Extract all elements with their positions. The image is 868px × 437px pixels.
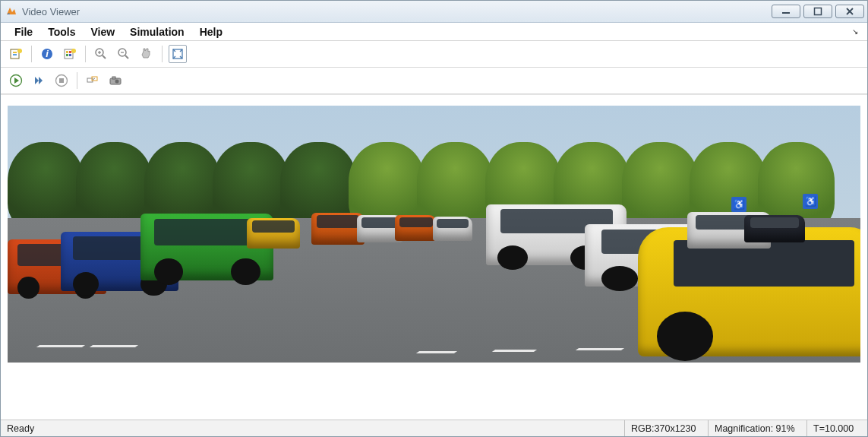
svg-rect-30 [112,77,115,79]
maximize-button[interactable] [803,5,832,18]
accessible-sign-icon: ♿ [731,197,746,212]
svg-rect-13 [66,54,68,56]
toolbar-1: i [1,41,867,68]
svg-rect-0 [782,12,790,14]
svg-rect-5 [13,52,17,53]
status-bar: Ready RGB:370x1230 Magnification: 91% T=… [1,420,867,436]
menu-help[interactable]: Help [192,23,230,41]
menubar: File Tools View Simulation Help ↘ [1,23,867,41]
toolbar-2 [1,68,867,94]
svg-rect-1 [815,8,822,15]
accessible-sign-icon: ♿ [803,194,818,209]
svg-point-7 [17,49,22,53]
svg-rect-11 [66,51,68,53]
close-button[interactable] [835,5,864,18]
window-title: Video Viewer [22,6,772,17]
svg-line-21 [125,55,128,59]
status-rgb-resolution: RGB:370x1230 [624,420,708,436]
highlight-icon[interactable] [84,71,102,90]
svg-text:i: i [46,48,49,59]
titlebar: Video Viewer [1,1,867,23]
svg-rect-14 [69,54,71,56]
matlab-app-icon [5,5,17,17]
fit-to-window-icon[interactable] [169,45,187,63]
svg-line-17 [103,55,106,59]
status-ready: Ready [1,420,624,436]
info-icon[interactable]: i [38,45,56,63]
menu-tools[interactable]: Tools [40,23,83,41]
menu-file[interactable]: File [7,23,40,41]
parking-lot-scene: ♿ ♿ [8,106,860,363]
snapshot-icon[interactable] [106,71,125,90]
stop-icon[interactable] [52,71,71,90]
content-area: ♿ ♿ [1,94,867,420]
image-viewport[interactable]: ♿ ♿ [1,95,867,420]
svg-rect-6 [13,54,17,55]
status-time: T=10.000 [806,420,867,436]
zoom-out-icon[interactable] [115,45,133,63]
video-viewer-window: Video Viewer File Tools View Simulation … [0,0,868,437]
zoom-in-icon[interactable] [92,45,110,63]
window-controls [772,5,864,18]
svg-rect-12 [69,51,71,53]
svg-rect-26 [59,78,64,83]
step-forward-icon[interactable] [30,71,48,90]
status-magnification: Magnification: 91% [708,420,806,436]
undock-icon[interactable]: ↘ [852,27,861,36]
menu-simulation[interactable]: Simulation [122,23,192,41]
pan-icon[interactable] [137,45,156,63]
svg-point-15 [71,49,76,53]
play-icon[interactable] [7,71,25,90]
new-video-icon[interactable] [7,45,25,63]
colormap-icon[interactable] [61,45,79,63]
menu-view[interactable]: View [83,23,122,41]
svg-point-31 [115,80,119,84]
minimize-button[interactable] [772,5,800,18]
